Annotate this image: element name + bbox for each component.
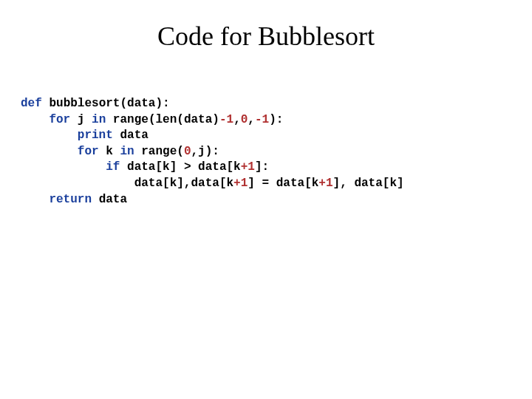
p-lb6: [ [383,177,390,190]
p-rb6: ] [397,177,404,190]
num-m1: -1 [219,113,233,126]
p-lb3: [ [163,177,170,190]
p-rb: ] [170,160,177,174]
id-data3: data [120,129,148,142]
kw-return: return [49,193,92,206]
p-comma2: , [248,113,255,126]
kw-print: print [78,129,113,142]
id-j: j [78,113,85,126]
num-p1: +1 [241,160,255,174]
id-data4: data [127,160,155,174]
kw-in2: in [120,145,134,158]
p-rparen: ) [155,97,163,110]
kw-if: if [106,160,120,174]
p-eq: = [262,177,270,190]
id-k6: k [312,177,319,190]
id-k5: k [226,177,233,190]
p-lparen4: ( [177,145,184,158]
kw-for2: for [78,145,99,158]
fn-range2: range [141,145,177,158]
fn-range: range [113,113,149,126]
id-data2: data [184,113,212,126]
p-rparen2: ) [212,113,219,126]
num-0: 0 [241,113,248,126]
p-colon3: : [212,145,219,158]
num-m1b: -1 [255,113,269,126]
id-data8: data [276,177,304,190]
p-lb: [ [155,160,163,174]
id-data10: data [99,193,127,206]
kw-for: for [49,113,70,126]
p-comma3: , [191,145,199,158]
id-k2: k [163,160,170,174]
p-lparen: ( [120,97,127,110]
p-comma5: , [340,177,347,190]
id-k: k [106,145,113,158]
num-p1c: +1 [318,177,332,190]
p-rb4: ] [248,177,255,190]
code-block: def bubblesort(data): for j in range(len… [0,96,532,208]
id-k4: k [170,177,177,190]
p-gt: > [184,160,191,174]
fn-name: bubblesort [49,97,120,110]
kw-def: def [21,97,42,110]
id-data: data [127,97,155,110]
p-rb5: ] [333,177,341,190]
id-data9: data [354,177,382,190]
fn-len: len [155,113,177,126]
p-rb3: ] [177,177,184,190]
id-j2: j [198,145,205,158]
id-k3: k [233,160,241,174]
slide: Code for Bubblesort def bubblesort(data)… [0,0,532,399]
num-0b: 0 [184,145,191,158]
p-rparen3: ) [269,113,276,126]
p-rparen4: ) [205,145,213,158]
p-colon4: : [262,160,270,174]
num-p1b: +1 [233,177,248,190]
slide-title: Code for Bubblesort [0,21,532,52]
kw-in: in [92,113,106,126]
id-data5: data [198,160,226,174]
p-rb2: ] [255,160,262,174]
p-lb2: [ [227,160,234,174]
p-colon: : [163,97,170,110]
p-lb5: [ [304,177,312,190]
id-k7: k [389,177,397,190]
id-data7: data [191,177,219,190]
p-lparen3: ( [177,113,184,126]
id-data6: data [134,177,163,190]
p-comma: , [233,113,241,126]
p-colon2: : [276,113,284,126]
